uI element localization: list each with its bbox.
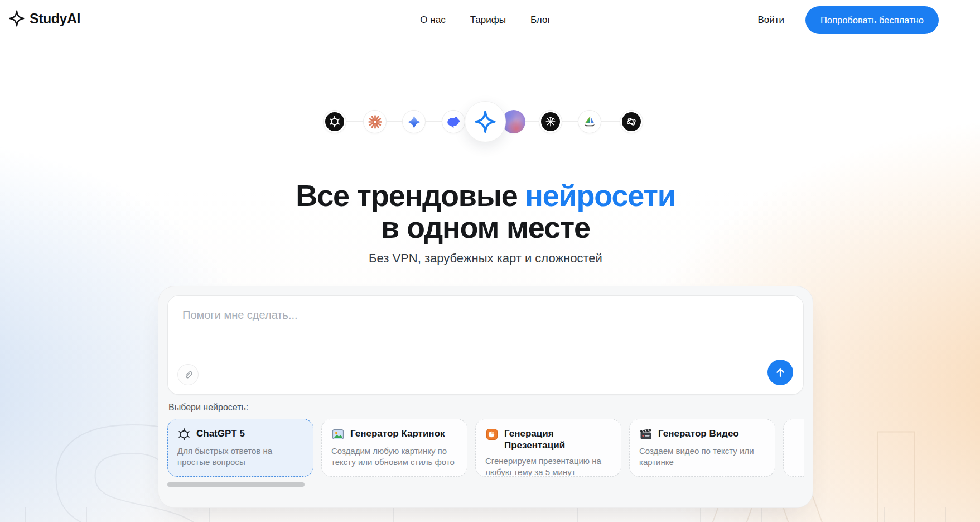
send-button[interactable] (767, 360, 793, 385)
title-line2: в одном месте (381, 210, 590, 244)
studyai-landing-page: S AI StudyAI О нас Тарифы Блог Войти Поп… (0, 0, 980, 522)
background-grid (0, 507, 980, 522)
title-highlight: нейросети (525, 179, 675, 212)
model-card-image-generator[interactable]: Генератор Картинок Создадим любую картин… (321, 419, 467, 477)
title-part1: Все трендовые (296, 179, 517, 212)
model-card-title: ChatGPT 5 (196, 428, 245, 439)
header-actions: Войти Попробовать бесплатно (757, 0, 939, 40)
model-card-title: Генератор Видео (658, 428, 739, 439)
model-picker-label: Выбери нейросеть: (168, 403, 804, 413)
prompt-input[interactable] (168, 296, 803, 363)
login-link[interactable]: Войти (757, 15, 784, 26)
top-nav: StudyAI О нас Тарифы Блог Войти Попробов… (0, 0, 980, 40)
model-card-video-generator[interactable]: Генератор Видео Создаем видео по тексту … (629, 419, 775, 477)
brand-logo[interactable]: StudyAI (8, 9, 80, 28)
attach-button[interactable] (177, 364, 199, 385)
model-card-description: Создаем видео по тексту или картинке (639, 446, 765, 468)
clapperboard-icon (639, 428, 653, 441)
gemini-icon[interactable] (402, 110, 426, 133)
nav-link-about[interactable]: О нас (420, 15, 445, 26)
interlocked-rings-icon[interactable] (620, 110, 643, 133)
model-card-title: Генератор Картинок (350, 428, 445, 439)
card-head: Генератор Картинок (331, 428, 457, 441)
openai-icon[interactable] (323, 110, 346, 133)
composer-card: Выбери нейросеть: ChatGPT 5 Для быстрых … (158, 286, 813, 508)
claude-icon[interactable] (363, 110, 387, 133)
model-card-presentation-generator[interactable]: Генерация Презентаций Сгенерируем презен… (475, 419, 621, 477)
model-cards-row: ChatGPT 5 Для быстрых ответов на простые… (167, 419, 804, 477)
presentation-icon (485, 428, 499, 441)
openai-icon (177, 428, 191, 441)
prompt-input-box (167, 295, 804, 395)
radiant-star-disc (541, 112, 560, 131)
model-card-partial[interactable] (783, 419, 804, 477)
arrow-up-icon (774, 366, 787, 379)
cards-scrollbar[interactable] (167, 482, 305, 487)
card-head: Генератор Видео (639, 428, 765, 441)
paperclip-icon (182, 369, 194, 380)
sailboat-icon[interactable] (578, 110, 601, 133)
radiant-star-icon[interactable] (539, 110, 562, 133)
interlocked-rings-disc (622, 112, 641, 131)
card-head: Генерация Презентаций (485, 428, 611, 451)
studyai-logo-icon (8, 9, 26, 28)
try-free-button[interactable]: Попробовать бесплатно (805, 6, 939, 34)
brand-name: StudyAI (30, 11, 80, 27)
model-card-title: Генерация Презентаций (504, 428, 608, 451)
model-card-description: Для быстрых ответов на простые вопросы (177, 446, 303, 468)
page-title: Все трендовые нейросетив одном месте (158, 180, 813, 243)
nav-link-blog[interactable]: Блог (530, 15, 551, 26)
main-nav: О нас Тарифы Блог (158, 0, 813, 40)
ai-services-row (158, 100, 813, 151)
deepseek-whale-icon[interactable] (442, 110, 465, 133)
nav-link-pricing[interactable]: Тарифы (470, 15, 506, 26)
card-head: ChatGPT 5 (177, 428, 303, 441)
model-card-chatgpt[interactable]: ChatGPT 5 Для быстрых ответов на простые… (167, 419, 313, 477)
hero-subtitle: Без VPN, зарубежных карт и сложностей (158, 251, 813, 266)
openai-disc (325, 112, 344, 131)
model-card-description: Сгенерируем презентацию на любую тему за… (485, 456, 611, 477)
framed-picture-icon (331, 428, 345, 441)
studyai-sparkle-icon[interactable] (465, 101, 506, 142)
model-card-description: Создадим любую картинку по тексту или об… (331, 446, 457, 468)
